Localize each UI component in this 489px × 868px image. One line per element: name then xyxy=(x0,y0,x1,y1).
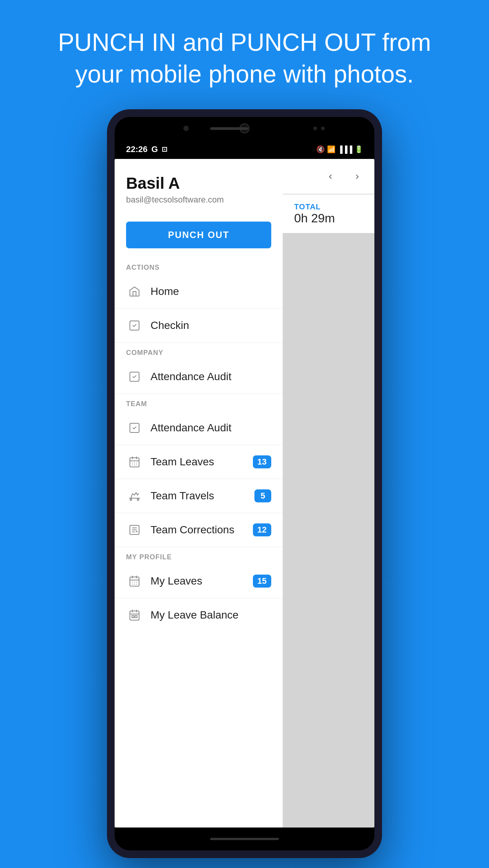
user-header: Basil A basil@tecsolsoftware.com xyxy=(115,159,283,212)
svg-rect-10 xyxy=(135,616,137,618)
total-value: 0h 29m xyxy=(294,211,363,225)
menu-item-team-travels[interactable]: Team Travels 5 xyxy=(115,479,283,513)
phone-screen: Basil A basil@tecsolsoftware.com PUNCH O… xyxy=(115,159,374,828)
team-travels-badge: 5 xyxy=(254,489,271,502)
my-leaves-badge: 15 xyxy=(253,575,271,588)
phone-top xyxy=(115,117,374,140)
my-leave-balance-icon xyxy=(126,607,143,623)
user-name: Basil A xyxy=(126,174,271,193)
menu-item-checkin[interactable]: Checkin xyxy=(115,309,283,343)
my-leave-balance-label: My Leave Balance xyxy=(151,609,271,621)
phone-bottom xyxy=(115,828,374,850)
header-text: PUNCH IN and PUNCH OUT from your mobile … xyxy=(58,27,431,90)
wifi-icon: 📶 xyxy=(327,145,335,154)
signal-icon: ▐▐▐ xyxy=(338,146,352,154)
my-leaves-label: My Leaves xyxy=(151,575,253,587)
status-right: 🔇 📶 ▐▐▐ 🔋 xyxy=(316,145,363,154)
team-corrections-badge: 12 xyxy=(253,523,271,536)
prev-arrow[interactable]: ‹ xyxy=(321,167,340,186)
menu-item-my-leaves[interactable]: My Leaves 15 xyxy=(115,564,283,598)
svg-point-4 xyxy=(130,499,132,500)
home-label: Home xyxy=(151,285,271,298)
team-travels-icon xyxy=(126,487,143,504)
team-audit-icon xyxy=(126,419,143,436)
header-section: PUNCH IN and PUNCH OUT from your mobile … xyxy=(28,0,462,109)
speaker-bar xyxy=(210,127,248,130)
mute-icon: 🔇 xyxy=(316,145,325,154)
company-section-label: COMPANY xyxy=(115,343,283,360)
mic-dot xyxy=(321,126,325,130)
team-corrections-label: Team Corrections xyxy=(151,524,253,536)
svg-rect-8 xyxy=(130,611,139,620)
sidebar: Basil A basil@tecsolsoftware.com PUNCH O… xyxy=(115,159,283,828)
my-profile-section-label: MY PROFILE xyxy=(115,547,283,564)
camera-dot-left xyxy=(183,126,189,131)
right-panel-nav: ‹ › xyxy=(283,159,374,193)
menu-item-team-corrections[interactable]: Team Corrections 12 xyxy=(115,513,283,547)
svg-rect-7 xyxy=(130,577,139,586)
screenshot-icon: ⊡ xyxy=(162,145,167,154)
my-leaves-icon xyxy=(126,573,143,589)
team-leaves-icon xyxy=(126,453,143,470)
punch-out-button[interactable]: PUNCH OUT xyxy=(126,222,271,248)
team-corrections-icon xyxy=(126,521,143,538)
menu-item-company-attendance-audit[interactable]: Attendance Audit xyxy=(115,360,283,394)
phone-frame: 22:26 G ⊡ 🔇 📶 ▐▐▐ 🔋 Basil A basil@tecsol… xyxy=(107,109,382,858)
team-audit-label: Attendance Audit xyxy=(151,422,271,434)
menu-item-home[interactable]: Home xyxy=(115,275,283,309)
next-arrow[interactable]: › xyxy=(348,167,367,186)
user-email: basil@tecsolsoftware.com xyxy=(126,195,271,205)
menu-item-team-attendance-audit[interactable]: Attendance Audit xyxy=(115,411,283,445)
company-audit-icon xyxy=(126,368,143,385)
camera-dot-right xyxy=(313,126,317,130)
team-leaves-badge: 13 xyxy=(253,455,271,468)
total-label: TOTAL xyxy=(294,202,363,211)
right-panel-total: TOTAL 0h 29m xyxy=(283,195,374,233)
svg-point-5 xyxy=(137,499,139,500)
status-bar: 22:26 G ⊡ 🔇 📶 ▐▐▐ 🔋 xyxy=(115,140,374,159)
right-panel: ‹ › TOTAL 0h 29m xyxy=(283,159,374,828)
status-left: 22:26 G ⊡ xyxy=(126,144,167,154)
checkin-label: Checkin xyxy=(151,319,271,332)
checkin-icon xyxy=(126,317,143,334)
svg-rect-9 xyxy=(132,616,134,618)
battery-icon: 🔋 xyxy=(355,145,363,154)
right-panel-gray-area xyxy=(283,233,374,828)
time: 22:26 xyxy=(126,144,147,154)
menu-item-my-leave-balance[interactable]: My Leave Balance xyxy=(115,598,283,632)
menu-item-team-leaves[interactable]: Team Leaves 13 xyxy=(115,445,283,479)
home-icon xyxy=(126,283,143,300)
google-icon: G xyxy=(151,144,158,154)
company-audit-label: Attendance Audit xyxy=(151,371,271,383)
team-travels-label: Team Travels xyxy=(151,490,254,502)
team-section-label: TEAM xyxy=(115,394,283,411)
team-leaves-label: Team Leaves xyxy=(151,456,253,468)
actions-section-label: ACTIONS xyxy=(115,257,283,275)
svg-rect-3 xyxy=(130,458,139,467)
